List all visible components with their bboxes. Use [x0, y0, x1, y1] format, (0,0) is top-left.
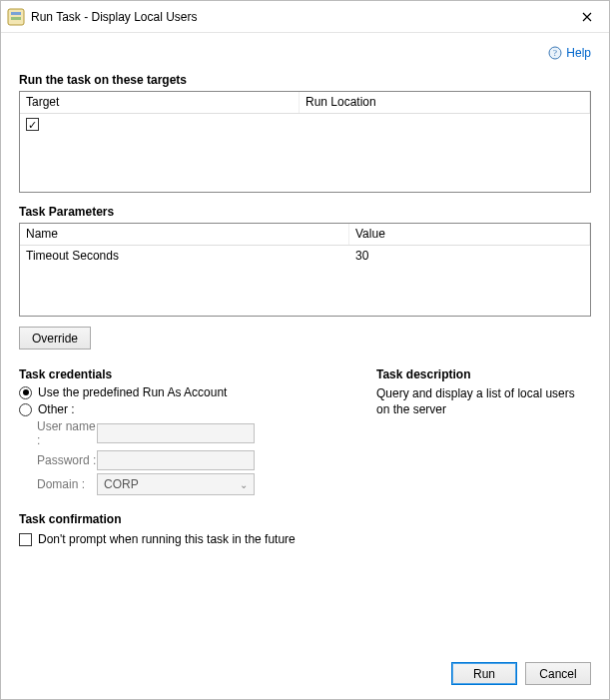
password-label: Password :: [19, 453, 97, 467]
domain-value: CORP: [104, 477, 139, 491]
password-input[interactable]: [97, 450, 255, 470]
radio-predefined[interactable]: Use the predefined Run As Account: [19, 385, 348, 399]
dialog-body: ? Help Run the task on these targets Tar…: [1, 33, 609, 699]
cancel-button[interactable]: Cancel: [525, 662, 591, 685]
parameters-grid[interactable]: Name Value Timeout Seconds 30: [19, 223, 591, 317]
help-link[interactable]: Help: [566, 46, 591, 60]
app-icon: [7, 8, 25, 26]
username-label: User name :: [19, 419, 97, 447]
credentials-heading: Task credentials: [19, 367, 348, 381]
chevron-down-icon: ⌄: [240, 479, 248, 490]
parameters-header: Name Value: [20, 224, 590, 246]
targets-heading: Run the task on these targets: [19, 73, 591, 87]
svg-text:?: ?: [553, 48, 557, 58]
table-row[interactable]: Timeout Seconds 30: [20, 246, 590, 266]
override-button[interactable]: Override: [19, 327, 91, 350]
svg-rect-2: [11, 17, 21, 20]
username-input[interactable]: [97, 423, 255, 443]
param-name: Timeout Seconds: [20, 247, 349, 265]
window-title: Run Task - Display Local Users: [31, 10, 564, 24]
parameters-heading: Task Parameters: [19, 205, 591, 219]
table-row[interactable]: [20, 114, 590, 134]
dialog-footer: Run Cancel: [19, 656, 591, 685]
run-button[interactable]: Run: [451, 662, 517, 685]
targets-header: Target Run Location: [20, 92, 590, 114]
param-value: 30: [349, 247, 590, 265]
radio-icon: [19, 386, 32, 399]
description-heading: Task description: [376, 367, 591, 381]
col-name[interactable]: Name: [20, 224, 349, 245]
close-button[interactable]: [564, 1, 609, 32]
confirmation-heading: Task confirmation: [19, 512, 591, 526]
target-run-location: [300, 122, 590, 126]
col-run-location[interactable]: Run Location: [300, 92, 590, 113]
dont-prompt-checkbox[interactable]: [19, 533, 32, 546]
radio-predefined-label: Use the predefined Run As Account: [38, 385, 227, 399]
radio-other[interactable]: Other :: [19, 402, 348, 416]
domain-combobox[interactable]: CORP ⌄: [97, 473, 255, 495]
help-row: ? Help: [19, 43, 591, 63]
radio-icon: [19, 403, 32, 416]
help-icon: ?: [548, 46, 562, 60]
titlebar: Run Task - Display Local Users: [1, 1, 609, 33]
run-task-dialog: Run Task - Display Local Users ? Help Ru…: [0, 0, 610, 700]
col-value[interactable]: Value: [349, 224, 590, 245]
domain-label: Domain :: [19, 477, 97, 491]
target-checkbox[interactable]: [26, 118, 39, 131]
radio-other-label: Other :: [38, 402, 75, 416]
dont-prompt-label: Don't prompt when running this task in t…: [38, 532, 296, 546]
col-target[interactable]: Target: [20, 92, 300, 113]
targets-grid[interactable]: Target Run Location: [19, 91, 591, 193]
svg-rect-1: [11, 12, 21, 15]
description-text: Query and display a list of local users …: [376, 385, 591, 417]
